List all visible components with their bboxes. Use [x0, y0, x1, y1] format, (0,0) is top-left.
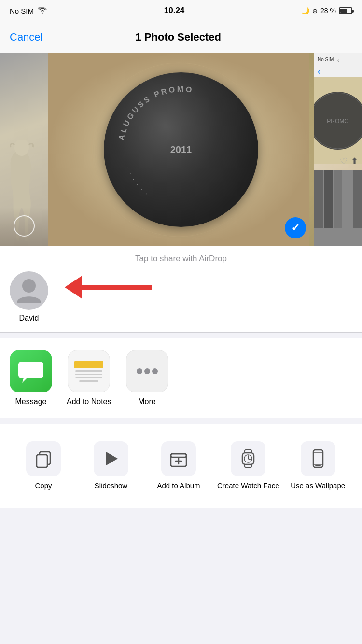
notes-line-2	[75, 374, 102, 375]
add-album-icon	[169, 449, 188, 468]
airdrop-label: Tap to share with AirDrop	[0, 254, 362, 264]
watch-icon	[238, 449, 258, 468]
photo-strip: 2011 ALUGUSS PROMO · · · · · · ✓	[0, 53, 362, 246]
svg-rect-37	[315, 465, 321, 466]
app-item-more[interactable]: More	[126, 350, 168, 406]
svg-rect-25	[171, 454, 186, 457]
back-arrow-area: ‹	[314, 66, 362, 77]
app-label-message: Message	[15, 397, 47, 406]
contact-name-david: David	[19, 314, 39, 322]
action-label-copy: Copy	[35, 481, 52, 490]
status-left: No SIM	[10, 7, 47, 15]
contact-avatar-david	[10, 271, 48, 310]
notes-top-bar	[74, 361, 103, 368]
copy-icon	[34, 449, 53, 468]
app-label-notes: Add to Notes	[67, 397, 111, 406]
thumbnail-strip-icon	[314, 170, 362, 228]
airdrop-section: Tap to share with AirDrop David	[0, 246, 362, 333]
message-app-icon	[10, 350, 52, 392]
action-label-watch-face: Create Watch Face	[217, 481, 279, 490]
cancel-button[interactable]: Cancel	[10, 31, 42, 43]
action-label-wallpaper: Use as Wallpape	[291, 481, 345, 490]
photo-main-coin[interactable]: 2011 ALUGUSS PROMO · · · · · · ✓	[48, 53, 314, 246]
slideshow-icon-box	[94, 441, 128, 476]
svg-marker-23	[106, 452, 118, 465]
checkmark-icon: ✓	[291, 222, 300, 234]
action-item-add-album[interactable]: Add to Album	[145, 434, 212, 498]
share-icon: ⬆	[351, 156, 358, 167]
notes-line-4	[79, 380, 98, 382]
status-bar: No SIM 10.24 🌙 ⊕ 28 %	[0, 0, 362, 21]
action-item-slideshow[interactable]: Slideshow	[77, 434, 145, 498]
notes-line-3	[75, 377, 102, 378]
battery-icon	[339, 7, 352, 14]
red-arrow-indicator	[65, 252, 152, 322]
svg-text:PROMO: PROMO	[327, 118, 348, 125]
photo-right-bottom[interactable]	[314, 170, 362, 246]
more-app-icon	[126, 350, 168, 392]
status-time: 10.24	[164, 6, 185, 15]
svg-rect-18	[343, 170, 352, 228]
mini-status: No SIM	[314, 53, 362, 66]
photo-right-strip: No SIM ‹ PROMO ⬆ ♡	[314, 53, 362, 246]
heart-icon: ♡	[340, 156, 348, 167]
selected-badge: ✓	[285, 217, 306, 238]
svg-point-20	[22, 279, 36, 293]
coin-circle: 2011 ALUGUSS PROMO · · · · · ·	[104, 72, 258, 227]
arrow-head	[65, 276, 82, 299]
nav-title: 1 Photo Selected	[136, 31, 221, 43]
notes-app-icon	[68, 350, 110, 392]
lock-icon: ⊕	[312, 7, 318, 14]
slideshow-play-icon	[101, 449, 121, 468]
svg-text:ALUGUSS PROMO: ALUGUSS PROMO	[117, 85, 195, 141]
more-dot-2	[144, 368, 150, 374]
wifi-icon	[38, 7, 47, 15]
contacts-row: David	[0, 271, 362, 322]
add-album-icon-box	[161, 441, 196, 476]
svg-rect-22	[37, 455, 47, 467]
battery-percent: 28 %	[320, 7, 336, 14]
svg-rect-19	[353, 170, 362, 228]
svg-rect-17	[334, 170, 342, 228]
action-item-copy[interactable]: Copy	[10, 434, 77, 498]
nav-bar: Cancel 1 Photo Selected	[0, 21, 362, 53]
message-bubble-icon	[17, 358, 44, 385]
more-dot-3	[152, 368, 158, 374]
svg-rect-15	[314, 170, 323, 228]
apps-row: Message Add to Notes More	[10, 350, 352, 406]
photo-right-top[interactable]: PROMO ⬆ ♡	[314, 77, 362, 170]
app-label-more: More	[138, 397, 155, 406]
more-dot-1	[137, 368, 142, 374]
red-arrow-icon	[65, 277, 152, 298]
app-item-notes[interactable]: Add to Notes	[67, 350, 111, 406]
contact-item-david[interactable]: David	[10, 271, 48, 322]
photo-thumb-dog[interactable]	[0, 53, 48, 246]
wallpaper-icon-box	[301, 441, 335, 476]
watch-face-icon-box	[231, 441, 265, 476]
arrow-shaft	[82, 285, 152, 290]
right-coin-icon: PROMO	[314, 77, 362, 164]
photo-unselected-indicator[interactable]	[14, 215, 35, 237]
coin-background: 2011 ALUGUSS PROMO · · · · · ·	[48, 53, 314, 246]
actions-section: Copy Slideshow Add to Album	[0, 424, 362, 508]
action-label-add-album: Add to Album	[157, 481, 200, 490]
moon-icon: 🌙	[301, 7, 309, 14]
notes-line-1	[75, 370, 102, 372]
phone-wallpaper-icon	[308, 449, 328, 468]
action-item-wallpaper[interactable]: Use as Wallpape	[284, 434, 352, 498]
share-apps-section: Message Add to Notes More	[0, 338, 362, 418]
svg-line-33	[248, 459, 250, 460]
action-item-watch-face[interactable]: Create Watch Face	[212, 434, 284, 498]
coin-circular-text-icon: ALUGUSS PROMO · · · · · ·	[104, 72, 258, 227]
person-silhouette-icon	[14, 276, 43, 305]
action-label-slideshow: Slideshow	[95, 481, 127, 490]
app-item-message[interactable]: Message	[10, 350, 52, 406]
copy-icon-box	[26, 441, 61, 476]
carrier-label: No SIM	[10, 7, 34, 15]
svg-rect-16	[324, 170, 333, 228]
status-right: 🌙 ⊕ 28 %	[301, 7, 352, 14]
actions-row: Copy Slideshow Add to Album	[10, 434, 352, 498]
svg-text:·  ·  ·  ·  ·  ·: · · · · · ·	[125, 166, 151, 198]
